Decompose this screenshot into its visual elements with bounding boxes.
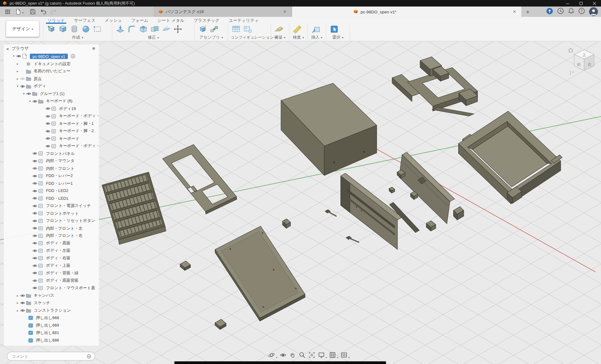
tree-item[interactable]: FDD・レバー1 — [4, 180, 99, 187]
orbit-icon[interactable] — [267, 351, 277, 359]
tree-item[interactable]: 内部・フロント・左 — [4, 225, 99, 232]
close-button[interactable] — [588, 0, 601, 7]
visibility-eye-icon[interactable] — [32, 226, 38, 231]
visibility-eye-icon[interactable] — [32, 196, 38, 201]
visibility-eye-icon[interactable] — [32, 211, 38, 216]
tree-item[interactable]: フロントパネル — [4, 150, 99, 157]
visibility-eye-icon[interactable] — [32, 264, 38, 268]
viewports-icon[interactable] — [340, 351, 349, 359]
tree-item[interactable]: キーボード — [4, 135, 99, 142]
tree-item[interactable]: コンストラクション — [4, 307, 99, 314]
visibility-eye-icon[interactable] — [20, 294, 26, 298]
visibility-eye-icon[interactable] — [20, 301, 26, 305]
visibility-eye-icon[interactable] — [32, 234, 38, 238]
tree-expand-arrow[interactable] — [15, 69, 20, 73]
clock-history-icon[interactable] — [557, 8, 564, 16]
close-tab-icon[interactable] — [511, 9, 517, 14]
tree-expand-arrow[interactable] — [15, 62, 20, 66]
tree-item[interactable]: フロントポケット — [4, 210, 99, 217]
tree-expand-arrow[interactable] — [12, 55, 16, 58]
tree-expand-arrow[interactable] — [15, 84, 20, 88]
notifications-bell-icon[interactable] — [568, 8, 574, 16]
group-label-inspect[interactable]: 検査 — [292, 35, 305, 40]
redo-icon[interactable] — [49, 8, 57, 15]
tree-item[interactable]: キーボード (6) — [4, 98, 99, 105]
visibility-eye-icon[interactable] — [32, 256, 38, 261]
visibility-eye-icon[interactable] — [20, 84, 26, 89]
group-label-configuration[interactable]: コンフィギュレーション — [231, 35, 268, 40]
group-label-insert[interactable]: 挿入 — [310, 35, 323, 40]
visibility-eye-icon[interactable] — [20, 309, 26, 313]
visibility-eye-icon[interactable] — [32, 279, 38, 283]
tree-item[interactable]: フロント・マウスポート蓋 — [4, 284, 99, 292]
visibility-eye-icon[interactable] — [26, 92, 32, 96]
tree-item[interactable]: FDD・LED1 — [4, 195, 99, 202]
home-icon[interactable] — [568, 48, 573, 52]
tree-item[interactable]: 内部・フロント — [4, 165, 99, 172]
tree-item[interactable]: 押し出し681 — [4, 329, 99, 337]
create-sphere-icon[interactable] — [80, 24, 91, 34]
tree-item[interactable]: キーボード・ボディ・上面 — [4, 142, 99, 150]
tree-expand-arrow[interactable] — [15, 294, 20, 297]
collapse-browser-icon[interactable] — [4, 46, 11, 51]
comment-bar[interactable] — [7, 352, 95, 361]
tree-item[interactable]: スケッチ — [4, 299, 99, 307]
shell-icon[interactable] — [138, 24, 148, 34]
tree-root-item[interactable]: pc-98DO_open v1 — [4, 52, 99, 60]
configuration-table-icon[interactable] — [231, 24, 241, 34]
comment-input[interactable] — [7, 354, 87, 359]
insert-icon[interactable] — [310, 24, 321, 34]
workspace-selector[interactable]: デザイン — [6, 21, 39, 37]
visibility-eye-icon[interactable] — [20, 77, 26, 81]
doc-tab-inactive[interactable]: パソコンデスク v19 — [154, 7, 292, 17]
visibility-eye-icon[interactable] — [45, 144, 51, 148]
group-label-modify[interactable]: 修正 — [115, 35, 192, 40]
group-label-construct[interactable]: 構築 — [274, 35, 286, 40]
fillet-icon[interactable] — [127, 24, 137, 34]
visibility-eye-icon[interactable] — [32, 286, 38, 290]
tree-item[interactable]: ボディ・底面 — [4, 239, 99, 247]
visibility-eye-icon[interactable] — [45, 136, 51, 141]
create-pattern-icon[interactable] — [92, 24, 102, 34]
visibility-eye-icon[interactable] — [32, 271, 38, 275]
panel-options-icon[interactable] — [92, 47, 95, 50]
tree-item[interactable]: ドキュメントの設定 — [4, 60, 99, 68]
tree-item[interactable]: ボディ・背面・緑 — [4, 269, 99, 277]
fit-icon[interactable] — [308, 351, 316, 359]
visibility-eye-icon[interactable] — [32, 181, 38, 186]
tree-item[interactable]: フロント・電源スイッチ — [4, 202, 99, 210]
visibility-eye-icon[interactable] — [45, 129, 51, 133]
joint-icon[interactable] — [209, 24, 219, 34]
tree-item[interactable]: ボディ19 — [4, 105, 99, 113]
minimize-button[interactable] — [561, 0, 574, 7]
tree-item[interactable]: FDD・LED2 — [4, 187, 99, 195]
create-cylinder-icon[interactable] — [69, 24, 79, 34]
visibility-eye-icon[interactable] — [45, 107, 51, 111]
app-grid-icon[interactable] — [3, 8, 12, 15]
save-icon[interactable] — [28, 8, 37, 15]
visibility-eye-icon[interactable] — [32, 166, 38, 171]
tree-item[interactable]: ボディ・右面 — [4, 254, 99, 262]
tree-item[interactable]: 押し出し669 — [4, 322, 99, 329]
tree-expand-arrow[interactable] — [22, 92, 26, 95]
job-status-icon[interactable] — [546, 7, 553, 16]
group-label-create[interactable]: 作成 — [46, 35, 109, 40]
display-settings-icon[interactable] — [317, 351, 327, 359]
root-document-label[interactable]: pc-98DO_open v1 — [30, 54, 68, 59]
tree-item[interactable]: 内部・フロント・右 — [4, 232, 99, 240]
tree-item[interactable]: キーボード・ボディ・底面 — [4, 113, 99, 120]
tree-item[interactable]: ボディ・底面背面 — [4, 277, 99, 284]
grid-snap-icon[interactable] — [329, 351, 338, 359]
tree-item[interactable]: 押し出し668 — [4, 314, 99, 322]
visibility-eye-icon[interactable] — [45, 114, 51, 118]
tree-expand-arrow[interactable] — [28, 99, 32, 103]
visibility-eye-icon[interactable] — [32, 189, 38, 193]
visibility-eye-icon[interactable] — [32, 241, 38, 246]
viewcube[interactable]: 上 前 右 Z — [567, 47, 599, 79]
tree-item[interactable]: 名前の付いたビュー — [4, 68, 99, 75]
move-copy-icon[interactable] — [172, 24, 183, 34]
create-box-icon[interactable] — [57, 24, 68, 34]
zoom-icon[interactable] — [298, 351, 306, 359]
comment-options-icon[interactable] — [87, 354, 91, 359]
construction-plane-icon[interactable] — [274, 24, 284, 34]
